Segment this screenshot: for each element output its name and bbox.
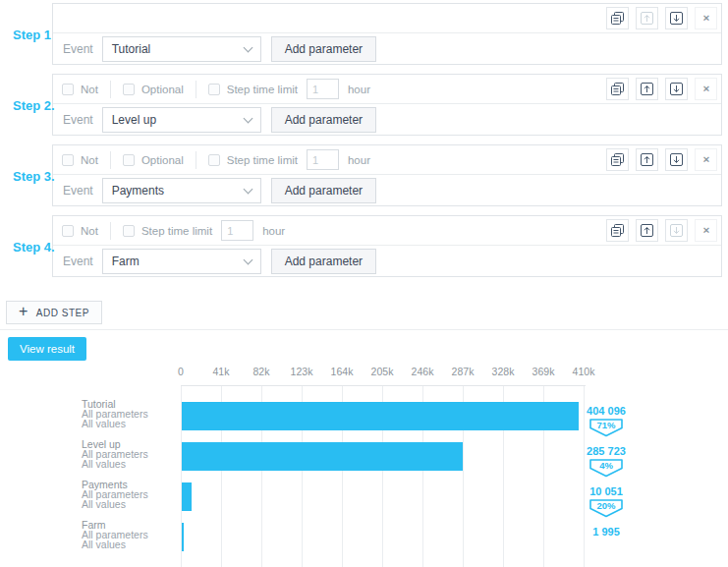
step-3-event-row: Event Payments Add parameter	[53, 175, 721, 205]
step-1-panel: × Event Tutorial Add parameter	[52, 3, 722, 65]
x-axis-tick: 0	[161, 366, 200, 377]
chart-row-label: Tutorial All parameters All values	[82, 399, 178, 428]
step-2-panel: Not Optional Step time limit hour	[52, 74, 722, 136]
step-4-event-row: Event Farm Add parameter	[53, 246, 721, 276]
chart-value-cell: 10 051 20%	[586, 485, 627, 518]
step-1-options-row: ×	[53, 4, 721, 33]
step-4-options-row: Not Step time limit hour ×	[53, 216, 721, 246]
step-3-controls: ×	[606, 148, 717, 171]
move-step-down-button[interactable]	[665, 7, 688, 29]
checkbox-step-time-limit[interactable]: Step time limit	[123, 225, 212, 237]
chart-row-label: Farm All parameters All values	[82, 520, 178, 549]
duplicate-step-button[interactable]	[606, 78, 629, 100]
event-select[interactable]: Level up	[102, 107, 261, 133]
close-icon: ×	[702, 13, 709, 23]
funnel-bar[interactable]	[182, 442, 463, 471]
move-step-down-button[interactable]	[665, 148, 688, 171]
arrow-up-icon	[641, 83, 653, 95]
add-parameter-button[interactable]: Add parameter	[271, 36, 376, 62]
remove-step-button[interactable]: ×	[695, 219, 717, 242]
conversion-badge: 20%	[589, 499, 623, 518]
step-2-label: Step 2.	[13, 97, 55, 112]
add-parameter-button[interactable]: Add parameter	[271, 178, 376, 203]
x-axis-tick: 328k	[483, 366, 523, 377]
duplicate-step-button[interactable]	[606, 219, 629, 242]
checkbox-optional[interactable]: Optional	[123, 84, 184, 95]
value-label: 1 995	[586, 526, 627, 538]
remove-step-button[interactable]: ×	[695, 78, 717, 100]
hour-unit-label: hour	[348, 84, 370, 95]
copy-icon	[611, 12, 624, 25]
divider	[196, 151, 196, 169]
add-parameter-button[interactable]: Add parameter	[271, 107, 376, 133]
arrow-up-icon	[641, 224, 653, 237]
conversion-badge: 4%	[589, 459, 623, 478]
funnel-bar[interactable]	[182, 523, 184, 551]
step-time-limit-input[interactable]	[307, 79, 339, 99]
arrow-down-icon	[670, 153, 683, 166]
event-select-value: Tutorial	[112, 42, 151, 56]
move-step-down-button[interactable]	[665, 78, 688, 100]
remove-step-button[interactable]: ×	[695, 148, 717, 171]
divider	[110, 81, 111, 98]
x-axis-tick: 41k	[201, 366, 241, 377]
checkbox-step-time-limit[interactable]: Step time limit	[208, 84, 298, 95]
checkbox-step-time-limit[interactable]: Step time limit	[208, 154, 298, 166]
view-result-button[interactable]: View result	[8, 337, 86, 361]
move-step-up-button[interactable]	[636, 148, 658, 171]
funnel-bar[interactable]	[182, 482, 192, 511]
chevron-down-icon	[243, 255, 252, 264]
checkbox-not[interactable]: Not	[62, 84, 98, 95]
arrow-down-icon	[670, 12, 683, 25]
x-axis-tick: 82k	[242, 366, 281, 377]
hour-unit-label: hour	[348, 154, 370, 166]
event-select-value: Payments	[112, 184, 164, 198]
x-axis-tick: 246k	[403, 366, 442, 377]
section-divider	[0, 329, 728, 330]
duplicate-step-button[interactable]	[606, 7, 629, 29]
event-field-label: Event	[63, 113, 93, 127]
step-1-label: Step 1	[13, 27, 51, 41]
step-time-limit-input[interactable]	[307, 149, 339, 170]
value-label: 10 051	[586, 485, 627, 497]
step-time-limit-input[interactable]	[221, 220, 253, 241]
event-select-value: Farm	[112, 255, 140, 268]
checkbox-not[interactable]: Not	[62, 225, 98, 237]
step-3-options-row: Not Optional Step time limit hour	[53, 145, 721, 175]
checkbox-optional[interactable]: Optional	[123, 154, 184, 166]
checkbox-box	[123, 154, 135, 166]
move-step-up-button	[636, 7, 658, 29]
remove-step-button[interactable]: ×	[695, 7, 717, 29]
step-2-controls: ×	[606, 78, 717, 100]
event-select[interactable]: Tutorial	[102, 36, 261, 62]
funnel-bar[interactable]	[182, 402, 579, 430]
add-parameter-button[interactable]: Add parameter	[271, 249, 376, 274]
move-step-up-button[interactable]	[636, 219, 658, 242]
duplicate-step-button[interactable]	[606, 148, 629, 171]
chevron-down-icon	[243, 113, 252, 123]
add-step-button[interactable]: + ADD STEP	[6, 301, 102, 324]
funnel-step-2: Step 2. Not Optional Step time limit hou…	[52, 74, 722, 136]
chart-value-cell: 285 723 4%	[586, 445, 627, 478]
step-4-label: Step 4.	[13, 239, 55, 254]
checkbox-box	[123, 84, 135, 95]
arrow-down-icon	[670, 83, 683, 95]
step-3-label: Step 3.	[13, 168, 55, 183]
event-select[interactable]: Payments	[102, 178, 261, 203]
step-2-event-row: Event Level up Add parameter	[53, 104, 721, 135]
close-icon: ×	[702, 84, 709, 93]
chart-row-label: Payments All parameters All values	[82, 480, 178, 509]
value-label: 404 096	[586, 405, 627, 417]
checkbox-box	[62, 84, 74, 95]
checkbox-box	[62, 154, 74, 166]
move-step-up-button[interactable]	[636, 78, 658, 100]
x-axis-tick: 164k	[322, 366, 362, 377]
step-1-event-row: Event Tutorial Add parameter	[53, 33, 721, 64]
checkbox-not[interactable]: Not	[62, 154, 98, 166]
value-label: 285 723	[586, 445, 627, 457]
copy-icon	[611, 153, 624, 166]
chart-value-cell: 1 995	[586, 526, 627, 538]
event-select[interactable]: Farm	[102, 249, 261, 274]
event-select-value: Level up	[112, 113, 156, 127]
step-3-panel: Not Optional Step time limit hour	[52, 144, 722, 206]
